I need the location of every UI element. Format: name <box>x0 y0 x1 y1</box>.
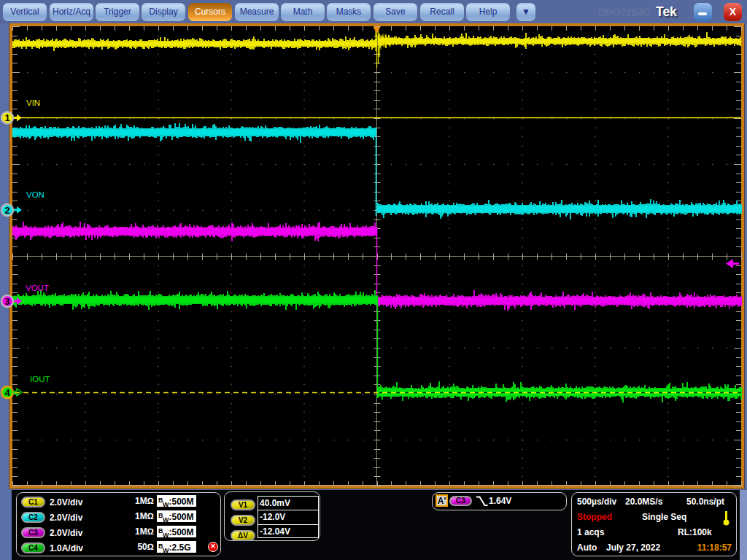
svg-text:IOUT: IOUT <box>30 375 50 384</box>
svg-text:1: 1 <box>4 112 9 123</box>
svg-text:VON: VON <box>26 190 44 199</box>
svg-text:3: 3 <box>4 296 9 307</box>
svg-text:2: 2 <box>4 205 9 216</box>
svg-text:VIN: VIN <box>26 98 40 107</box>
svg-text:4: 4 <box>4 387 10 398</box>
svg-text:VOUT: VOUT <box>26 284 49 292</box>
